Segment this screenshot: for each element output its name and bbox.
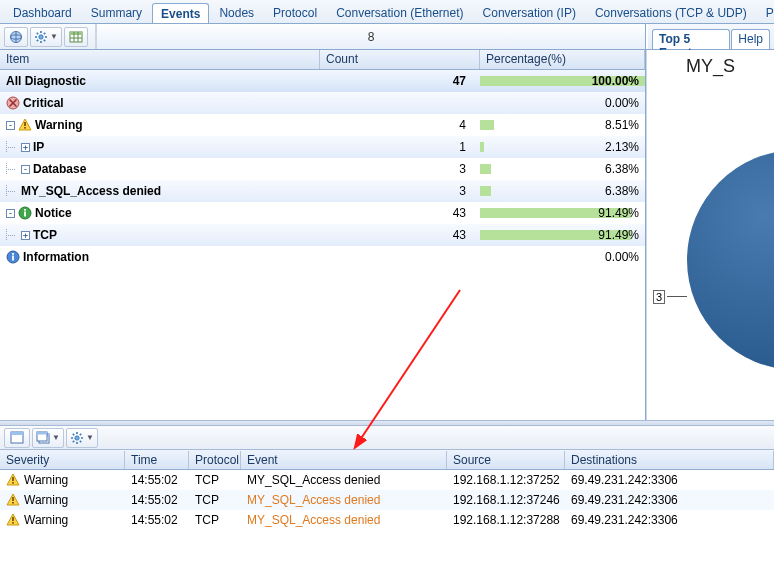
warning-icon [6,493,20,507]
collapse-icon[interactable]: - [21,165,30,174]
warning-icon [6,513,20,527]
tab-events[interactable]: Events [152,3,209,24]
log-row[interactable]: Warning14:55:02TCPMY_SQL_Access denied19… [0,470,774,490]
events-toolbar: ▼ 8 Top 5 Events Help [0,24,774,50]
tree-item-label: IP [33,140,44,154]
percentage-value: 100.00% [480,74,645,88]
tab-conv-ip[interactable]: Conversation (IP) [474,2,585,23]
expand-icon[interactable]: + [21,231,30,240]
log-protocol: TCP [189,493,241,507]
side-tabs: Top 5 Events Help [648,24,774,49]
pie-leader-line [667,296,687,297]
toolbar-buttons: ▼ [0,24,96,49]
main-area: Item Count Percentage(%) All Diagnostic4… [0,50,774,420]
tree-row[interactable]: Information0.00% [0,246,645,268]
tree-item-label: Critical [23,96,64,110]
tab-summary[interactable]: Summary [82,2,151,23]
tree-row[interactable]: MY_SQL_Access denied36.38% [0,180,645,202]
col-source[interactable]: Source [447,451,565,469]
log-event: MY_SQL_Access denied [241,493,447,507]
tree-item-label: Notice [35,206,72,220]
tree-connector-icon [6,185,18,197]
col-percentage[interactable]: Percentage(%) [480,50,645,69]
window-button[interactable] [4,428,30,448]
tree-item-label: MY_SQL_Access denied [21,184,161,198]
log-row[interactable]: Warning14:55:02TCPMY_SQL_Access denied19… [0,490,774,510]
tree-row[interactable]: All Diagnostic47100.00% [0,70,645,92]
collapse-icon[interactable]: - [6,209,15,218]
settings2-dropdown-button[interactable]: ▼ [66,428,98,448]
percentage-value: 0.00% [480,96,645,110]
percentage-value: 8.51% [480,118,645,132]
tab-conv-tcpudp[interactable]: Conversations (TCP & UDP) [586,2,756,23]
log-row[interactable]: Warning14:55:02TCPMY_SQL_Access denied19… [0,510,774,530]
tab-packets[interactable]: Pack [757,2,774,23]
pie-chart[interactable] [687,150,774,370]
tree-count: 43 [320,206,480,220]
log-time: 14:55:02 [125,513,189,527]
event-tree-panel: Item Count Percentage(%) All Diagnostic4… [0,50,646,420]
log-severity: Warning [24,493,68,507]
warning-icon [6,473,20,487]
tree-connector-icon [6,229,18,241]
log-time: 14:55:02 [125,493,189,507]
log-event: MY_SQL_Access denied [241,473,447,487]
critical-icon [6,96,20,110]
warning-icon [18,118,32,132]
tree-count: 3 [320,184,480,198]
col-time[interactable]: Time [125,451,189,469]
tree-row[interactable]: -Warning48.51% [0,114,645,136]
col-protocol[interactable]: Protocol [189,451,241,469]
percentage-value: 2.13% [480,140,645,154]
tab-top5-events[interactable]: Top 5 Events [652,29,730,49]
log-source: 192.168.1.12:37246 [447,493,565,507]
bottom-toolbar: ▼ ▼ [0,426,774,450]
globe-button[interactable] [4,27,28,47]
tab-conv-eth[interactable]: Conversation (Ethernet) [327,2,472,23]
tab-nodes[interactable]: Nodes [210,2,263,23]
tree-count: 43 [320,228,480,242]
tree-count: 47 [320,74,480,88]
table-view-button[interactable] [64,27,88,47]
log-rows[interactable]: Warning14:55:02TCPMY_SQL_Access denied19… [0,470,774,530]
percentage-value: 91.49% [480,206,645,220]
event-count-display: 8 [96,24,646,49]
log-time: 14:55:02 [125,473,189,487]
log-destination: 69.49.231.242:3306 [565,493,774,507]
percentage-value: 91.49% [480,228,645,242]
log-destination: 69.49.231.242:3306 [565,513,774,527]
tree-count: 4 [320,118,480,132]
tree-item-label: Information [23,250,89,264]
tree-count: 3 [320,162,480,176]
tab-help[interactable]: Help [731,29,770,49]
tree-item-label: TCP [33,228,57,242]
log-severity: Warning [24,513,68,527]
col-count[interactable]: Count [320,50,480,69]
tree-row[interactable]: -Database36.38% [0,158,645,180]
window-stack-button[interactable]: ▼ [32,428,64,448]
chart-panel: MY_S 3 [646,50,774,420]
percentage-value: 6.38% [480,162,645,176]
log-header: Severity Time Protocol Event Source Dest… [0,450,774,470]
tree-row[interactable]: +TCP4391.49% [0,224,645,246]
log-protocol: TCP [189,513,241,527]
tree-row[interactable]: Critical0.00% [0,92,645,114]
settings-dropdown-button[interactable]: ▼ [30,27,62,47]
log-destination: 69.49.231.242:3306 [565,473,774,487]
col-event[interactable]: Event [241,451,447,469]
collapse-icon[interactable]: - [6,121,15,130]
col-destinations[interactable]: Destinations [565,451,774,469]
event-log-table: Severity Time Protocol Event Source Dest… [0,450,774,530]
tab-protocol[interactable]: Protocol [264,2,326,23]
col-item[interactable]: Item [0,50,320,69]
tree-rows[interactable]: All Diagnostic47100.00%Critical0.00%-War… [0,70,645,420]
tab-dashboard[interactable]: Dashboard [4,2,81,23]
expand-icon[interactable]: + [21,143,30,152]
tree-connector-icon [6,163,18,175]
notice-icon [18,206,32,220]
main-tabs: Dashboard Summary Events Nodes Protocol … [0,0,774,24]
log-event: MY_SQL_Access denied [241,513,447,527]
tree-row[interactable]: +IP12.13% [0,136,645,158]
tree-row[interactable]: -Notice4391.49% [0,202,645,224]
col-severity[interactable]: Severity [0,451,125,469]
